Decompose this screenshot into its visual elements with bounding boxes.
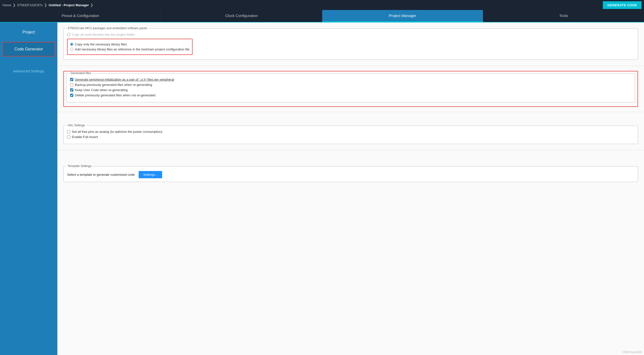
checkbox-hal2: Enable Full Assert <box>67 135 634 139</box>
generated-files-section: Generated files Generate peripheral init… <box>57 66 644 112</box>
breadcrumb-sep-2: ❯ <box>44 3 47 7</box>
generated-files-red-border: Generated files Generate peripheral init… <box>63 71 638 107</box>
tab-clock[interactable]: Clock Configuration <box>161 10 322 22</box>
sidebar-item-project[interactable]: Project <box>2 28 55 37</box>
radio-necessary-files: Copy only the necessary library files <box>70 43 190 46</box>
breadcrumb-sep-3: ❯ <box>90 3 93 7</box>
checkbox-hal1-input[interactable] <box>67 130 70 133</box>
radio-reference-files-label[interactable]: Add necessary library files as reference… <box>75 48 190 51</box>
radio-copy-all: Copy all used libraries into the project… <box>67 33 634 37</box>
checkbox-hal2-input[interactable] <box>67 135 70 139</box>
checkbox-gen3-input[interactable] <box>70 88 73 92</box>
hal-title: HAL Settings <box>66 124 86 127</box>
checkbox-gen2-label[interactable]: Backup previously generated files when r… <box>75 83 152 87</box>
breadcrumb-mcu[interactable]: STM32F103C8Tx <box>17 3 43 7</box>
sidebar: Project Code Generator Advanced Settings <box>0 23 57 355</box>
template-settings-section: Template Settings Select a template to g… <box>57 160 644 188</box>
tab-bar: Pinout & Configuration Clock Configurati… <box>0 10 644 23</box>
sidebar-item-code-generator[interactable]: Code Generator <box>2 42 55 57</box>
breadcrumb: Home ❯ STM32F103C8Tx ❯ Untitled - Projec… <box>2 3 95 7</box>
radio-reference-files-input[interactable] <box>70 48 73 51</box>
top-navigation: Home ❯ STM32F103C8Tx ❯ Untitled - Projec… <box>0 0 644 10</box>
watermark: CSDH #wx11246 <box>622 351 642 353</box>
radio-copy-all-label[interactable]: Copy all used libraries into the project… <box>72 33 135 37</box>
checkbox-gen1-input[interactable] <box>70 78 73 81</box>
tab-pinout[interactable]: Pinout & Configuration <box>0 10 161 22</box>
checkbox-hal1-label[interactable]: Set all free pins as analog (to optimize… <box>72 130 162 134</box>
content-area: STM32Cube MCU packages and embedded soft… <box>57 23 644 355</box>
main-layout: Project Code Generator Advanced Settings… <box>0 23 644 355</box>
hal-settings-section: HAL Settings Set all free pins as analog… <box>57 120 644 150</box>
radio-necessary-files-label[interactable]: Copy only the necessary library files <box>75 43 127 46</box>
checkbox-gen4: Delete previously generated files when n… <box>70 93 631 97</box>
checkbox-gen2-input[interactable] <box>70 83 73 86</box>
generated-files-title: Generated files <box>70 71 92 75</box>
breadcrumb-project[interactable]: Untitled - Project Manager <box>49 3 89 7</box>
generate-code-button[interactable]: GENERATE CODE <box>603 1 642 9</box>
checkbox-gen1-label[interactable]: Generate peripheral initialization as a … <box>75 78 174 81</box>
sidebar-item-advanced-settings[interactable]: Advanced Settings <box>2 66 55 76</box>
template-group-box: Template Settings Select a template to g… <box>63 166 638 182</box>
radio-copy-all-input[interactable] <box>67 33 70 36</box>
checkbox-gen2: Backup previously generated files when r… <box>70 83 631 87</box>
checkbox-hal2-label[interactable]: Enable Full Assert <box>72 135 98 139</box>
checkbox-gen3-label[interactable]: Keep User Code when re-generating <box>75 88 128 92</box>
hal-group-box: HAL Settings Set all free pins as analog… <box>63 126 638 144</box>
radio-necessary-files-input[interactable] <box>70 43 73 46</box>
stm32-group-title: STM32Cube MCU packages and embedded soft… <box>66 27 148 30</box>
template-settings-button[interactable]: Settings... <box>139 171 162 178</box>
checkbox-gen1: Generate peripheral initialization as a … <box>70 78 631 81</box>
checkbox-hal1: Set all free pins as analog (to optimize… <box>67 130 634 134</box>
checkbox-gen4-input[interactable] <box>70 94 73 97</box>
red-border-options: Copy only the necessary library files Ad… <box>67 39 192 55</box>
stm32-packages-section: STM32Cube MCU packages and embedded soft… <box>57 23 644 66</box>
radio-reference-files: Add necessary library files as reference… <box>70 48 190 51</box>
stm32-group-box: STM32Cube MCU packages and embedded soft… <box>63 29 638 60</box>
template-description: Select a template to generate customized… <box>67 173 135 177</box>
template-row: Select a template to generate customized… <box>67 171 634 178</box>
checkbox-gen4-label[interactable]: Delete previously generated files when n… <box>75 93 156 97</box>
breadcrumb-home[interactable]: Home <box>2 3 11 7</box>
breadcrumb-sep-1: ❯ <box>13 3 16 7</box>
generated-files-group: Generated files Generate peripheral init… <box>66 73 635 102</box>
tab-project-manager[interactable]: Project Manager <box>322 10 483 22</box>
spacer-2 <box>57 150 644 160</box>
spacer-1 <box>57 112 644 120</box>
tab-tools[interactable]: Tools <box>483 10 644 22</box>
template-title: Template Settings <box>66 164 92 168</box>
checkbox-gen3: Keep User Code when re-generating <box>70 88 631 92</box>
